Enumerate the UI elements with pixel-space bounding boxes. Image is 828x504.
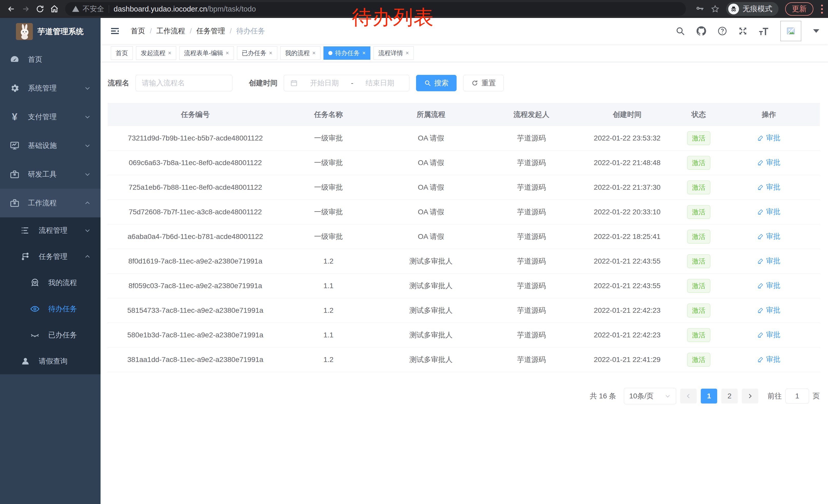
calendar-icon (290, 79, 298, 87)
sidebar-item-infrastructure[interactable]: 基础设施 (0, 131, 100, 160)
dashboard-icon (8, 54, 21, 64)
chevron-down-icon (84, 85, 91, 92)
status-badge: 激活 (687, 230, 710, 243)
tab-start-process[interactable]: 发起流程× (136, 46, 176, 60)
tab-process-form-edit[interactable]: 流程表单-编辑× (179, 46, 234, 60)
process-name-input[interactable] (142, 79, 226, 87)
sidebar-item-workflow[interactable]: 工作流程 (0, 189, 100, 217)
approve-link[interactable]: 审批 (757, 330, 780, 340)
col-actions: 操作 (718, 103, 820, 126)
browser-menu-icon[interactable] (820, 4, 824, 15)
browser-forward-button[interactable] (18, 2, 33, 16)
tab-done-tasks[interactable]: 已办任务× (237, 46, 277, 60)
breadcrumb-home[interactable]: 首页 (131, 26, 145, 36)
goto-page-input[interactable] (785, 388, 809, 404)
task-table: 任务编号 任务名称 所属流程 流程发起人 创建时间 状态 操作 73211d9d… (108, 103, 820, 372)
start-date-input[interactable] (301, 79, 347, 87)
close-icon[interactable]: × (313, 50, 316, 56)
page-button-1[interactable]: 1 (701, 388, 717, 404)
close-icon[interactable]: × (269, 50, 273, 56)
approve-link[interactable]: 审批 (757, 231, 780, 241)
tab-my-process[interactable]: 我的流程× (280, 46, 321, 60)
sidebar-item-my-process[interactable]: 我的流程 (0, 270, 100, 296)
todo-list-annotation: 待办列表 (352, 4, 434, 31)
reset-button[interactable]: 重置 (463, 75, 504, 91)
page-size-select[interactable]: 10条/页 (624, 388, 676, 404)
close-icon[interactable]: × (168, 50, 171, 56)
close-icon[interactable]: × (226, 50, 229, 56)
sidebar-item-system[interactable]: 系统管理 (0, 74, 100, 102)
browser-back-button[interactable] (4, 2, 18, 16)
prev-page-button[interactable] (680, 388, 697, 404)
breadcrumb-workflow[interactable]: 工作流程 (157, 26, 185, 36)
robot-face-icon (29, 278, 41, 288)
tags-view-bar: 首页 发起流程× 流程表单-编辑× 已办任务× 我的流程× 待办任务× 流程详情… (100, 44, 828, 62)
sidebar-item-process-management[interactable]: 流程管理 (0, 217, 100, 243)
process-name-label: 流程名 (108, 78, 129, 88)
sidebar-item-dev-tools[interactable]: 研发工具 (0, 160, 100, 189)
approve-link[interactable]: 审批 (757, 158, 780, 168)
sidebar-item-payment[interactable]: ¥ 支付管理 (0, 102, 100, 131)
sidebar-collapse-icon[interactable] (108, 24, 122, 38)
approve-link[interactable]: 审批 (757, 207, 780, 217)
status-badge: 激活 (687, 156, 710, 170)
user-icon (19, 356, 32, 366)
fullscreen-icon[interactable] (738, 26, 748, 36)
tree-list-icon (19, 226, 32, 235)
status-badge: 激活 (687, 205, 710, 219)
close-icon[interactable]: × (406, 50, 409, 56)
sidebar-item-todo-tasks[interactable]: 待办任务 (0, 296, 100, 322)
tab-process-detail[interactable]: 流程详情× (373, 46, 414, 60)
chevron-down-icon (84, 142, 91, 149)
close-icon[interactable]: × (362, 50, 366, 56)
app-logo-row[interactable]: 芋道管理系统 (0, 18, 100, 45)
breadcrumb-task-management[interactable]: 任务管理 (197, 26, 225, 36)
next-page-button[interactable] (742, 388, 758, 404)
sidebar-item-done-tasks[interactable]: 已办任务 (0, 322, 100, 348)
avatar[interactable] (780, 21, 801, 41)
table-row: 580e1b3d-7ac8-11ec-a9e2-a2380e71991a1.1测… (108, 323, 820, 348)
status-badge: 激活 (687, 131, 710, 145)
incognito-badge: 无痕模式 (726, 2, 779, 16)
status-badge: 激活 (687, 353, 710, 367)
approve-link[interactable]: 审批 (757, 355, 780, 364)
help-icon[interactable] (717, 26, 728, 36)
search-button[interactable]: 搜索 (416, 75, 457, 91)
password-key-icon[interactable] (695, 5, 704, 13)
tab-todo-tasks[interactable]: 待办任务× (324, 46, 370, 60)
status-badge: 激活 (687, 279, 710, 293)
approve-link[interactable]: 审批 (757, 305, 780, 315)
page-button-2[interactable]: 2 (721, 388, 738, 404)
table-row: 8f059c03-7ac8-11ec-a9e2-a2380e71991a1.1测… (108, 274, 820, 298)
browser-home-button[interactable] (47, 2, 61, 16)
browser-reload-button[interactable] (33, 2, 47, 16)
github-icon[interactable] (696, 26, 707, 37)
tab-home[interactable]: 首页 (111, 46, 133, 60)
app-title: 芋道管理系统 (37, 27, 84, 37)
gear-icon (8, 83, 21, 93)
approve-link[interactable]: 审批 (757, 182, 780, 192)
app-logo (16, 23, 33, 40)
user-menu-caret-icon[interactable] (813, 29, 819, 33)
table-row: 75d72608-7b7f-11ec-a3c8-acde48001122一级审批… (108, 200, 820, 224)
monitor-chart-icon (8, 140, 21, 151)
sidebar-item-home[interactable]: 首页 (0, 45, 100, 74)
date-range-picker[interactable]: - (284, 75, 409, 91)
approve-link[interactable]: 审批 (757, 256, 780, 266)
breadcrumb: 首页 / 工作流程 / 任务管理 / 待办任务 (131, 26, 265, 36)
end-date-input[interactable] (357, 79, 403, 87)
sidebar-item-task-management[interactable]: 任务管理 (0, 243, 100, 270)
sidebar-item-leave-query[interactable]: 请假查询 (0, 348, 100, 374)
chevron-down-icon (84, 227, 91, 234)
table-row: 8f0d1619-7ac8-11ec-a9e2-a2380e71991a1.2测… (108, 249, 820, 274)
search-icon[interactable] (675, 26, 686, 36)
chevron-down-icon (84, 113, 91, 120)
url-host: dashboard.yudao.iocoder.cn (114, 5, 207, 13)
col-status: 状态 (679, 103, 718, 126)
bookmark-star-icon[interactable] (711, 5, 719, 13)
browser-update-button[interactable]: 更新 (785, 2, 813, 16)
approve-link[interactable]: 审批 (757, 281, 780, 290)
chevron-down-icon (665, 393, 671, 399)
font-size-icon[interactable] (758, 26, 770, 36)
approve-link[interactable]: 审批 (757, 133, 780, 143)
